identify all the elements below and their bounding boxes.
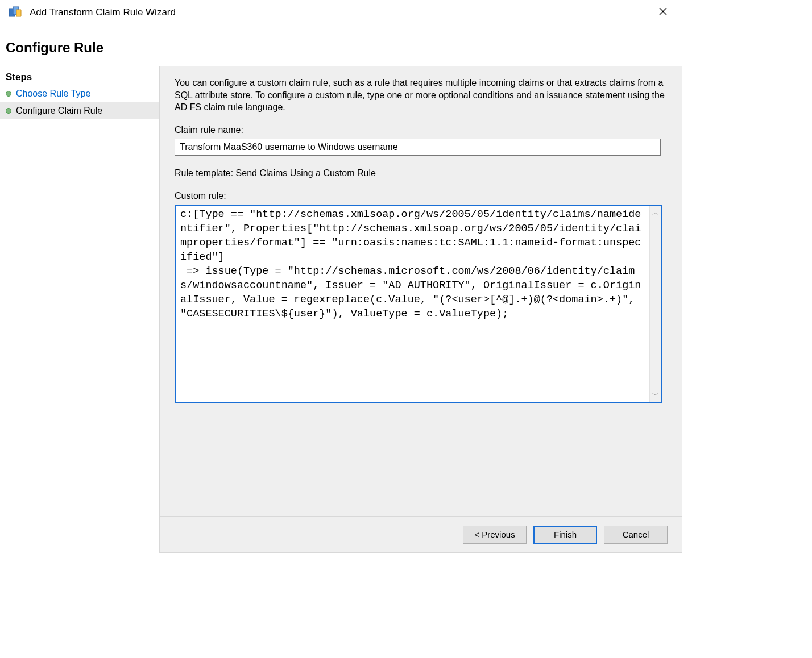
step-choose-rule-type[interactable]: Choose Rule Type [0, 85, 159, 102]
main-panel: You can configure a custom claim rule, s… [159, 66, 682, 517]
scroll-up-icon[interactable]: ︿ [652, 208, 659, 218]
wizard-window: Add Transform Claim Rule Wizard Configur… [0, 0, 682, 560]
claim-rule-name-label: Claim rule name: [175, 125, 668, 135]
button-bar: < Previous Finish Cancel [159, 517, 682, 553]
close-button[interactable] [652, 2, 674, 20]
step-bullet-icon [6, 91, 11, 97]
description-text: You can configure a custom claim rule, s… [175, 77, 668, 114]
header: Configure Rule [0, 26, 682, 66]
custom-rule-label: Custom rule: [175, 191, 668, 201]
step-bullet-icon [6, 108, 11, 114]
custom-rule-wrap: ︿ ﹀ [175, 205, 662, 403]
rule-template-label: Rule template: Send Claims Using a Custo… [175, 168, 668, 178]
steps-heading: Steps [0, 70, 159, 85]
custom-rule-textarea[interactable] [176, 206, 649, 402]
cancel-button[interactable]: Cancel [604, 526, 668, 544]
step-label: Configure Claim Rule [16, 106, 102, 116]
page-title: Configure Rule [6, 40, 677, 56]
step-label: Choose Rule Type [16, 89, 90, 99]
window-title: Add Transform Claim Rule Wizard [30, 7, 176, 18]
finish-button[interactable]: Finish [533, 526, 597, 544]
previous-button[interactable]: < Previous [463, 526, 527, 544]
scroll-down-icon[interactable]: ﹀ [652, 390, 659, 400]
steps-sidebar: Steps Choose Rule Type Configure Claim R… [0, 66, 159, 517]
titlebar: Add Transform Claim Rule Wizard [0, 0, 682, 26]
app-icon [8, 6, 24, 19]
scrollbar[interactable]: ︿ ﹀ [649, 206, 661, 402]
step-configure-claim-rule[interactable]: Configure Claim Rule [0, 102, 159, 119]
claim-rule-name-input[interactable] [175, 139, 661, 156]
